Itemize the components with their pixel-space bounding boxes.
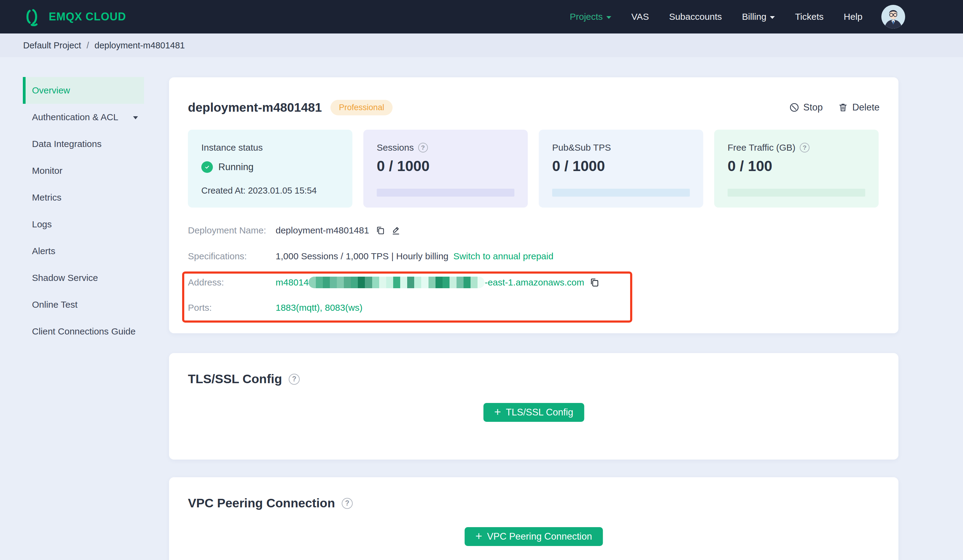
sidebar-item-monitor[interactable]: Monitor — [23, 157, 144, 184]
instance-status-label: Instance status — [201, 142, 263, 153]
breadcrumb-separator: / — [86, 40, 89, 50]
stat-pubsub-tps: Pub&Sub TPS 0 / 1000 — [539, 129, 703, 207]
nav-menu: Projects VAS Subaccounts Billing Tickets… — [570, 11, 862, 22]
help-icon[interactable]: ? — [342, 498, 353, 509]
check-circle-icon — [201, 161, 213, 173]
breadcrumb-project[interactable]: Default Project — [23, 40, 81, 50]
nav-item-projects[interactable]: Projects — [570, 11, 611, 22]
avatar-person-icon — [881, 5, 905, 29]
deployment-name-row: Deployment Name: deployment-m4801481 — [188, 224, 401, 237]
sidebar-item-logs[interactable]: Logs — [23, 211, 144, 238]
nav-item-help[interactable]: Help — [844, 11, 862, 22]
edit-icon[interactable] — [391, 225, 401, 235]
status-row: Running — [201, 161, 253, 173]
sessions-progress-bar — [377, 189, 514, 197]
sessions-value: 0 / 1000 — [377, 158, 430, 175]
address-redaction — [308, 277, 485, 288]
address-suffix: -east-1.amazonaws.com — [485, 277, 584, 288]
add-vpc-peering-button[interactable]: + VPC Peering Connection — [464, 527, 603, 546]
created-at: Created At: 2023.01.05 15:54 — [201, 186, 317, 196]
tls-ssl-section: TLS/SSL Config ? + TLS/SSL Config — [169, 353, 898, 460]
traffic-progress-bar — [728, 189, 865, 197]
address-prefix: m48014 — [276, 277, 308, 288]
sidebar-item-metrics[interactable]: Metrics — [23, 184, 144, 211]
status-text: Running — [218, 162, 253, 173]
sidebar-item-shadow-service[interactable]: Shadow Service — [23, 264, 144, 291]
help-icon[interactable]: ? — [800, 143, 809, 152]
emqx-logo-icon — [24, 7, 43, 26]
vpc-peering-title: VPC Peering Connection — [188, 496, 335, 510]
nav-item-tickets[interactable]: Tickets — [795, 11, 824, 22]
traffic-value: 0 / 100 — [728, 158, 772, 175]
plus-icon: + — [475, 530, 482, 542]
stop-ban-icon — [789, 102, 799, 113]
plan-badge: Professional — [331, 100, 393, 115]
help-icon[interactable]: ? — [289, 374, 300, 385]
sidebar-item-client-connections-guide[interactable]: Client Connections Guide — [23, 318, 144, 345]
nav-item-billing[interactable]: Billing — [742, 11, 775, 22]
deployment-title: deployment-m4801481 — [188, 100, 322, 115]
chevron-down-icon — [133, 116, 138, 119]
copy-icon[interactable] — [589, 277, 599, 288]
switch-annual-prepaid-link[interactable]: Switch to annual prepaid — [454, 251, 554, 261]
logo-text: EMQX CLOUD — [49, 10, 126, 23]
ports-row: Ports: 1883(mqtt), 8083(ws) — [188, 301, 362, 314]
sidebar: Overview Authentication & ACL Data Integ… — [23, 77, 144, 345]
nav-item-subaccounts[interactable]: Subaccounts — [669, 11, 722, 22]
sidebar-item-overview[interactable]: Overview — [23, 77, 144, 104]
tps-progress-bar — [552, 189, 690, 197]
address-row: Address: m48014 -east-1.amazonaws.com — [188, 276, 599, 289]
top-nav: EMQX CLOUD Projects VAS Subaccounts Bill… — [0, 0, 963, 34]
add-tls-ssl-config-button[interactable]: + TLS/SSL Config — [483, 403, 584, 422]
sidebar-item-alerts[interactable]: Alerts — [23, 238, 144, 264]
sidebar-item-data-integrations[interactable]: Data Integrations — [23, 131, 144, 157]
ports-value: 1883(mqtt), 8083(ws) — [276, 303, 362, 313]
emqx-cloud-deployment-page: EMQX CLOUD Projects VAS Subaccounts Bill… — [0, 0, 963, 560]
specifications-row: Specifications: 1,000 Sessions / 1,000 T… — [188, 249, 553, 263]
deployment-header: deployment-m4801481 Professional Stop — [188, 99, 880, 116]
stop-button[interactable]: Stop — [789, 102, 823, 113]
stats-row: Instance status Running Created At: 2023… — [188, 129, 879, 207]
tls-ssl-title: TLS/SSL Config — [188, 372, 282, 386]
breadcrumb: Default Project / deployment-m4801481 — [0, 34, 963, 57]
deployment-name-value: deployment-m4801481 — [276, 225, 369, 236]
chevron-down-icon — [606, 16, 611, 19]
user-avatar[interactable] — [881, 5, 905, 29]
stat-free-traffic: Free Traffic (GB) ? 0 / 100 — [714, 129, 879, 207]
trash-icon — [838, 102, 848, 113]
breadcrumb-current: deployment-m4801481 — [94, 40, 185, 50]
vpc-peering-section: VPC Peering Connection ? + VPC Peering C… — [169, 477, 898, 560]
stat-sessions: Sessions ? 0 / 1000 — [363, 129, 528, 207]
specifications-value: 1,000 Sessions / 1,000 TPS | Hourly bill… — [276, 251, 449, 261]
nav-item-vas[interactable]: VAS — [631, 11, 649, 22]
sidebar-item-online-test[interactable]: Online Test — [23, 291, 144, 318]
deployment-actions: Stop Delete — [789, 102, 880, 113]
emqx-logo[interactable]: EMQX CLOUD — [24, 7, 126, 26]
plus-icon: + — [494, 406, 501, 418]
copy-icon[interactable] — [375, 225, 385, 235]
stat-instance-status: Instance status Running Created At: 2023… — [188, 129, 352, 207]
deployment-overview-card: deployment-m4801481 Professional Stop — [169, 77, 898, 333]
sidebar-item-authentication-acl[interactable]: Authentication & ACL — [23, 104, 144, 131]
chevron-down-icon — [770, 16, 775, 19]
tps-value: 0 / 1000 — [552, 158, 605, 175]
delete-button[interactable]: Delete — [838, 102, 880, 113]
help-icon[interactable]: ? — [418, 143, 428, 152]
